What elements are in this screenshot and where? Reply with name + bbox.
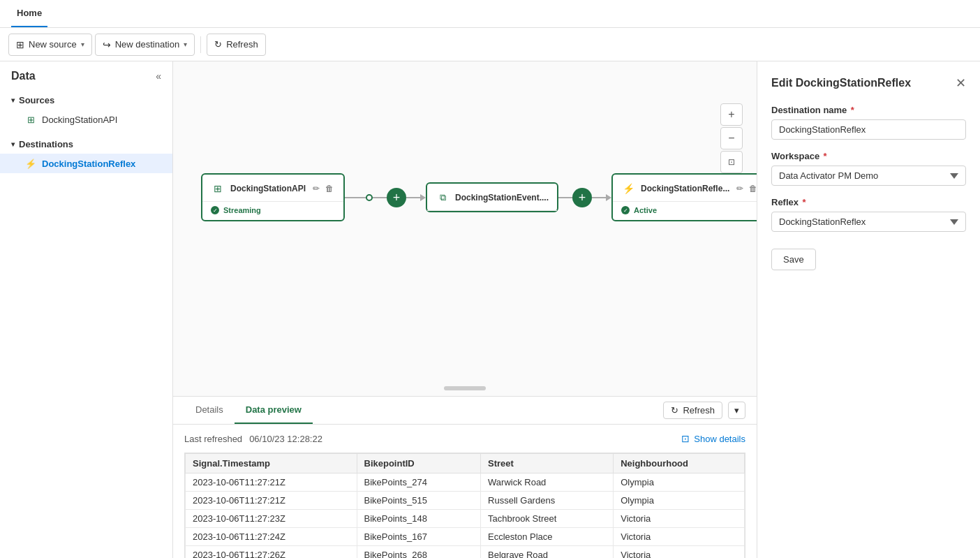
event-node: ⧉ DockingStationEvent.... bbox=[426, 182, 558, 212]
new-source-button[interactable]: ⊞ New source ▾ bbox=[8, 34, 92, 56]
refresh-button[interactable]: ↻ Refresh bbox=[207, 34, 266, 56]
source-node-status: ✓ Streaming bbox=[202, 202, 343, 220]
reflex-group: Reflex * DockingStationReflex bbox=[771, 197, 966, 232]
tab-data-preview[interactable]: Data preview bbox=[235, 397, 313, 424]
destination-node-icon: ⚡ bbox=[621, 182, 635, 196]
add-event-button[interactable]: + bbox=[387, 188, 406, 207]
line-2 bbox=[558, 197, 572, 198]
zoom-out-button[interactable]: − bbox=[720, 127, 743, 149]
source-node: ⊞ DockingStationAPI ✏ 🗑 ✓ Streaming bbox=[201, 173, 345, 221]
zoom-controls: + − ⊡ bbox=[720, 103, 743, 173]
event-node-title: DockingStationEvent.... bbox=[455, 193, 549, 203]
source-delete-button[interactable]: 🗑 bbox=[324, 182, 335, 195]
table-body: 2023-10-06T11:27:21ZBikePoints_274Warwic… bbox=[186, 473, 745, 559]
sources-header[interactable]: ▾ Sources bbox=[0, 91, 172, 110]
line-1c bbox=[406, 197, 420, 198]
canvas-container: ⊞ DockingStationAPI ✏ 🗑 ✓ Streaming bbox=[173, 61, 757, 558]
api-icon: ⊞ bbox=[25, 114, 36, 125]
table-cell: Victoria bbox=[614, 546, 745, 559]
bottom-refresh-button[interactable]: ↻ Refresh bbox=[663, 402, 722, 419]
table-cell: Belgrave Road bbox=[481, 546, 614, 559]
reflex-label: Reflex * bbox=[771, 197, 966, 207]
line-1b bbox=[373, 197, 387, 198]
destinations-header[interactable]: ▾ Destinations bbox=[0, 135, 172, 154]
reflex-select[interactable]: DockingStationReflex bbox=[771, 212, 966, 232]
tab-details[interactable]: Details bbox=[184, 397, 235, 424]
top-bar: Home bbox=[0, 0, 980, 28]
data-table-wrapper: Signal.Timestamp BikepointID Street Neig… bbox=[184, 453, 745, 558]
sources-section: ▾ Sources ⊞ DockingStationAPI bbox=[0, 88, 172, 132]
destination-node-status: ✓ Active bbox=[613, 202, 757, 220]
bottom-refresh-label: Refresh bbox=[683, 405, 715, 416]
destination-delete-button[interactable]: 🗑 bbox=[748, 182, 757, 195]
right-panel-title: Edit DockingStationReflex bbox=[771, 77, 911, 89]
table-cell: BikePoints_515 bbox=[357, 492, 481, 510]
show-details-label: Show details bbox=[694, 434, 745, 444]
scroll-indicator bbox=[444, 386, 486, 390]
workspace-select[interactable]: Data Activator PM Demo bbox=[771, 166, 966, 186]
table-row: 2023-10-06T11:27:26ZBikePoints_268Belgra… bbox=[186, 546, 745, 559]
destination-node-header: ⚡ DockingStationRefle... ✏ 🗑 bbox=[613, 175, 757, 202]
source-edit-button[interactable]: ✏ bbox=[311, 182, 321, 195]
source-node-title: DockingStationAPI bbox=[230, 184, 306, 193]
col-neighbourhood: Neighbourhood bbox=[614, 454, 745, 473]
source-status-dot: ✓ bbox=[211, 206, 219, 214]
destinations-section: ▾ Destinations ⚡ DockingStationReflex bbox=[0, 132, 172, 176]
table-cell: BikePoints_274 bbox=[357, 473, 481, 492]
sidebar: Data « ▾ Sources ⊞ DockingStationAPI ▾ D… bbox=[0, 61, 173, 558]
table-cell: Russell Gardens bbox=[481, 492, 614, 510]
destination-status-dot: ✓ bbox=[621, 206, 630, 214]
show-details-button[interactable]: ⊡ Show details bbox=[681, 433, 745, 444]
main-layout: Data « ▾ Sources ⊞ DockingStationAPI ▾ D… bbox=[0, 61, 980, 558]
destination-edit-button[interactable]: ✏ bbox=[735, 182, 745, 195]
pipeline: ⊞ DockingStationAPI ✏ 🗑 ✓ Streaming bbox=[201, 173, 757, 221]
source-node-header: ⊞ DockingStationAPI ✏ 🗑 bbox=[202, 175, 343, 202]
last-refreshed-value: 06/10/23 12:28:22 bbox=[249, 434, 322, 444]
table-row: 2023-10-06T11:27:21ZBikePoints_274Warwic… bbox=[186, 473, 745, 492]
bottom-panel: Details Data preview ↻ Refresh ▾ Last re… bbox=[173, 397, 757, 558]
zoom-fit-button[interactable]: ⊡ bbox=[720, 151, 743, 173]
new-destination-icon: ↪ bbox=[103, 39, 111, 50]
sidebar-collapse-button[interactable]: « bbox=[156, 71, 161, 82]
sidebar-header: Data « bbox=[0, 61, 172, 88]
pipeline-canvas[interactable]: ⊞ DockingStationAPI ✏ 🗑 ✓ Streaming bbox=[173, 61, 757, 397]
sources-label: Sources bbox=[19, 95, 54, 105]
connector-dot-1 bbox=[366, 194, 373, 201]
event-node-icon: ⧉ bbox=[436, 191, 450, 205]
destination-status-label: Active bbox=[634, 206, 657, 214]
destination-node-title: DockingStationRefle... bbox=[641, 184, 729, 193]
destinations-arrow-icon: ▾ bbox=[11, 140, 15, 148]
save-button[interactable]: Save bbox=[771, 249, 816, 270]
table-cell: 2023-10-06T11:27:24Z bbox=[186, 528, 357, 546]
table-row: 2023-10-06T11:27:21ZBikePoints_515Russel… bbox=[186, 492, 745, 510]
sidebar-title: Data bbox=[11, 70, 36, 82]
table-cell: Warwick Road bbox=[481, 473, 614, 492]
table-row: 2023-10-06T11:27:24ZBikePoints_167Eccles… bbox=[186, 528, 745, 546]
col-street: Street bbox=[481, 454, 614, 473]
bottom-chevron-button[interactable]: ▾ bbox=[728, 402, 745, 419]
table-cell: Olympia bbox=[614, 492, 745, 510]
col-timestamp: Signal.Timestamp bbox=[186, 454, 357, 473]
new-destination-chevron: ▾ bbox=[184, 41, 187, 48]
add-destination-button[interactable]: + bbox=[572, 188, 592, 207]
line-2b bbox=[592, 197, 606, 198]
destination-name-input[interactable] bbox=[771, 119, 966, 140]
workspace-group: Workspace * Data Activator PM Demo bbox=[771, 151, 966, 186]
sidebar-item-dockingstationapi[interactable]: ⊞ DockingStationAPI bbox=[0, 110, 172, 129]
table-cell: 2023-10-06T11:27:21Z bbox=[186, 492, 357, 510]
arrow-1 bbox=[420, 194, 426, 201]
bottom-tabs: Details Data preview ↻ Refresh ▾ bbox=[173, 397, 757, 425]
new-source-icon: ⊞ bbox=[16, 39, 24, 50]
right-panel-close-button[interactable]: ✕ bbox=[956, 75, 966, 91]
bottom-refresh-icon: ↻ bbox=[671, 405, 678, 416]
workspace-label: Workspace * bbox=[771, 151, 966, 161]
sidebar-item-dockingstationreflex[interactable]: ⚡ DockingStationReflex bbox=[0, 154, 172, 173]
toolbar: ⊞ New source ▾ ↪ New destination ▾ ↻ Ref… bbox=[0, 28, 980, 61]
new-destination-button[interactable]: ↪ New destination ▾ bbox=[95, 34, 195, 56]
home-tab[interactable]: Home bbox=[11, 0, 47, 27]
table-cell: BikePoints_268 bbox=[357, 546, 481, 559]
table-cell: BikePoints_148 bbox=[357, 510, 481, 528]
zoom-in-button[interactable]: + bbox=[720, 103, 743, 126]
bottom-tab-actions: ↻ Refresh ▾ bbox=[663, 402, 745, 419]
refresh-label: Refresh bbox=[226, 39, 258, 50]
